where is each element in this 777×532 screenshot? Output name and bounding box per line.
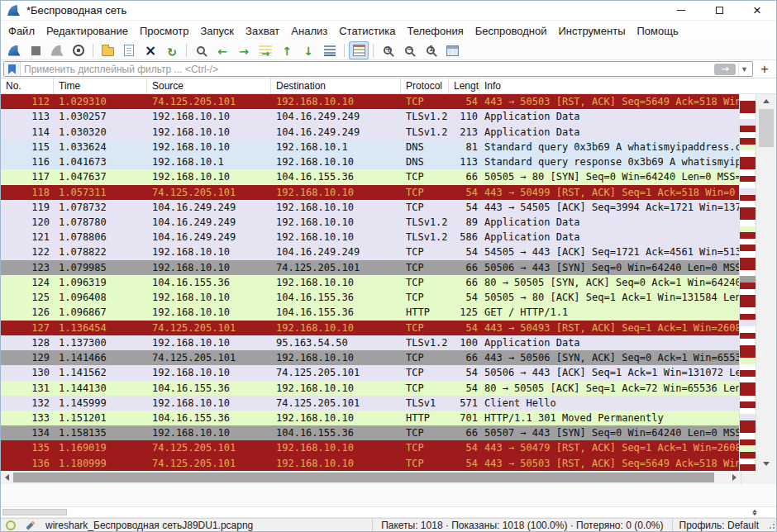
capture-options-button[interactable] bbox=[69, 41, 88, 59]
packet-row[interactable]: 1141.030320192.168.10.10104.16.249.249TL… bbox=[1, 125, 739, 140]
status-bar: wireshark_Беспроводная сетьJ89DU1.pcapng… bbox=[1, 518, 776, 531]
packet-row[interactable]: 1181.05731174.125.205.101192.168.10.10TC… bbox=[1, 185, 739, 200]
filter-dropdown-button[interactable]: ▼ bbox=[738, 62, 752, 76]
scroll-left-button[interactable] bbox=[1, 471, 13, 484]
packet-row[interactable]: 1361.18099974.125.205.101192.168.10.10TC… bbox=[1, 456, 739, 471]
find-packet-button[interactable] bbox=[191, 41, 211, 59]
minimize-button[interactable] bbox=[662, 1, 700, 20]
column-header-no[interactable]: No. bbox=[1, 78, 54, 93]
column-header-info[interactable]: Info bbox=[479, 78, 777, 93]
column-header-protocol[interactable]: Protocol bbox=[401, 78, 449, 93]
menu-help[interactable]: Помощь bbox=[632, 21, 684, 40]
mini-scroll-thumb[interactable] bbox=[2, 509, 67, 515]
packet-row[interactable]: 1161.041673192.168.10.1192.168.10.10DNS1… bbox=[1, 154, 739, 169]
go-to-packet-button[interactable] bbox=[255, 41, 275, 59]
packet-row[interactable]: 1301.141562192.168.10.1074.125.205.101TC… bbox=[1, 365, 739, 380]
scroll-right-button[interactable] bbox=[728, 471, 741, 484]
packet-row[interactable]: 1311.144130104.16.155.36192.168.10.10TCP… bbox=[1, 381, 739, 396]
packet-row[interactable]: 1231.079985192.168.10.1074.125.205.101TC… bbox=[1, 260, 739, 275]
horizontal-scrollbar[interactable] bbox=[1, 471, 741, 484]
scroll-down-button[interactable] bbox=[756, 458, 776, 471]
resize-grip[interactable] bbox=[765, 520, 776, 530]
mini-scroll-arrows[interactable] bbox=[752, 510, 757, 516]
scroll-up-button[interactable] bbox=[756, 94, 776, 107]
capture-comment-icon[interactable] bbox=[26, 520, 35, 530]
packet-row[interactable]: 1331.151201104.16.155.36192.168.10.10HTT… bbox=[1, 411, 739, 425]
packet-row[interactable]: 1171.047637192.168.10.10104.16.155.36TCP… bbox=[1, 169, 739, 184]
zoom-original-button[interactable] bbox=[421, 41, 441, 59]
start-capture-button[interactable] bbox=[4, 41, 24, 59]
column-header-source[interactable]: Source bbox=[147, 78, 271, 93]
go-first-button[interactable] bbox=[277, 41, 297, 59]
auto-scroll-button[interactable] bbox=[320, 41, 340, 59]
resize-columns-button[interactable] bbox=[442, 41, 462, 59]
packet-row[interactable]: 1261.096867192.168.10.10104.16.155.36HTT… bbox=[1, 305, 739, 320]
packet-row[interactable]: 1151.033624192.168.10.10192.168.10.1DNS8… bbox=[1, 140, 739, 154]
cell-destination: 192.168.10.10 bbox=[271, 230, 401, 245]
restart-capture-button[interactable] bbox=[47, 41, 67, 59]
packet-row[interactable]: 1321.145999192.168.10.1074.125.205.101TL… bbox=[1, 396, 739, 411]
packet-row[interactable]: 1281.137300192.168.10.1095.163.54.50TLSv… bbox=[1, 335, 739, 350]
cell-protocol: TLSv1.2 bbox=[401, 109, 449, 124]
colorize-packets-button[interactable] bbox=[349, 41, 369, 59]
packet-row[interactable]: 1341.158135192.168.10.10104.16.155.36TCP… bbox=[1, 425, 739, 440]
reload-file-button[interactable] bbox=[162, 41, 182, 59]
horizontal-scroll-thumb[interactable] bbox=[13, 473, 714, 482]
go-to-packet-icon bbox=[259, 45, 272, 56]
minimap-stripe bbox=[740, 427, 756, 434]
packet-row[interactable]: 1241.096319104.16.155.36192.168.10.10TCP… bbox=[1, 275, 739, 290]
apply-filter-button[interactable] bbox=[714, 64, 736, 75]
save-file-button[interactable] bbox=[119, 41, 139, 59]
filter-bookmark-button[interactable] bbox=[4, 62, 21, 76]
vertical-scrollbar[interactable] bbox=[756, 94, 776, 471]
open-file-button[interactable] bbox=[98, 41, 117, 59]
menu-tools[interactable]: Инструменты bbox=[552, 21, 631, 40]
packet-row[interactable]: 1351.16901974.125.205.101192.168.10.10TC… bbox=[1, 440, 739, 455]
go-forward-button[interactable] bbox=[234, 41, 254, 59]
packet-row[interactable]: 1221.078822192.168.10.10104.16.249.249TC… bbox=[1, 245, 739, 259]
menu-capture[interactable]: Захват bbox=[240, 21, 285, 40]
menu-statistics[interactable]: Статистика bbox=[333, 21, 401, 40]
packet-row[interactable]: 1271.13645474.125.205.101192.168.10.10TC… bbox=[1, 321, 739, 335]
cell-destination: 192.168.10.10 bbox=[271, 411, 401, 425]
packet-row[interactable]: 1291.14146674.125.205.101192.168.10.10TC… bbox=[1, 350, 739, 365]
packet-row[interactable]: 1201.078780104.16.249.249192.168.10.10TL… bbox=[1, 215, 739, 230]
maximize-button[interactable] bbox=[700, 1, 738, 20]
menu-wireless[interactable]: Беспроводной bbox=[470, 21, 553, 40]
add-filter-button[interactable]: + bbox=[756, 61, 774, 77]
column-header-destination[interactable]: Destination bbox=[271, 78, 401, 93]
zoom-in-icon bbox=[384, 46, 392, 55]
minimap-stripe bbox=[740, 345, 756, 352]
stop-capture-button[interactable] bbox=[26, 41, 45, 59]
packet-row[interactable]: 1191.078732104.16.249.249192.168.10.10TC… bbox=[1, 200, 739, 215]
display-filter-input[interactable] bbox=[21, 64, 714, 75]
save-file-icon bbox=[124, 45, 134, 56]
cell-time: 1.180999 bbox=[54, 456, 147, 471]
packet-row[interactable]: 1211.078806104.16.249.249192.168.10.10TL… bbox=[1, 230, 739, 245]
close-button[interactable]: × bbox=[738, 1, 776, 20]
menu-analyze[interactable]: Анализ bbox=[285, 21, 333, 40]
vertical-scroll-thumb[interactable] bbox=[759, 109, 774, 147]
packet-row[interactable]: 1251.096408192.168.10.10104.16.155.36TCP… bbox=[1, 290, 739, 305]
go-last-button[interactable] bbox=[298, 41, 318, 59]
packet-minimap[interactable] bbox=[739, 94, 756, 471]
zoom-in-button[interactable] bbox=[378, 41, 398, 59]
menu-edit[interactable]: Редактирование bbox=[41, 21, 134, 40]
close-file-button[interactable] bbox=[141, 41, 160, 59]
main-toolbar bbox=[1, 41, 776, 61]
expert-info-icon[interactable] bbox=[6, 520, 16, 530]
packet-row[interactable]: 1131.030257192.168.10.10104.16.249.249TL… bbox=[1, 109, 739, 124]
packet-list-zone: 1121.02931074.125.205.101192.168.10.10TC… bbox=[1, 94, 776, 471]
menu-file[interactable]: Файл bbox=[2, 21, 41, 40]
minimap-stripe bbox=[740, 258, 756, 264]
column-header-length[interactable]: Length bbox=[449, 78, 479, 93]
zoom-out-button[interactable] bbox=[399, 41, 419, 59]
packet-row[interactable]: 1121.02931074.125.205.101192.168.10.10TC… bbox=[1, 94, 739, 109]
profile-label[interactable]: Профиль: Default bbox=[672, 520, 766, 531]
menu-telephony[interactable]: Телефония bbox=[401, 21, 469, 40]
column-header-time[interactable]: Time bbox=[54, 78, 147, 93]
cell-destination: 95.163.54.50 bbox=[271, 335, 401, 350]
menu-view[interactable]: Просмотр bbox=[134, 21, 194, 40]
menu-go[interactable]: Запуск bbox=[194, 21, 240, 40]
go-back-button[interactable] bbox=[212, 41, 232, 59]
